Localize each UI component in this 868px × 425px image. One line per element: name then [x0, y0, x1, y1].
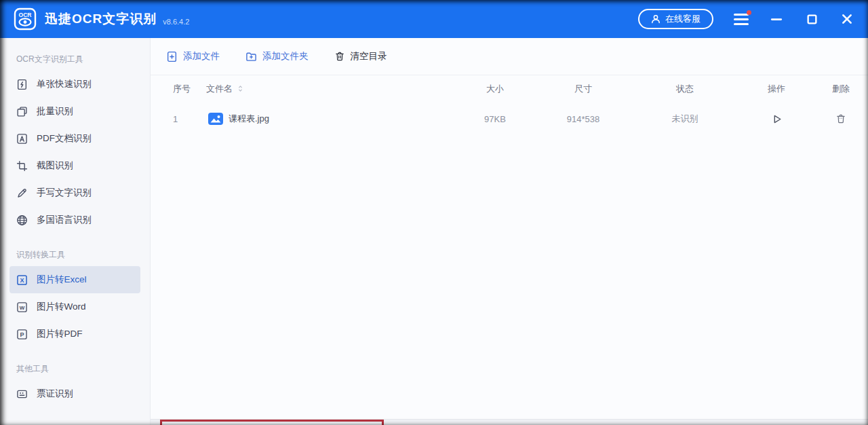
row-dimensions: 914*538 — [536, 114, 631, 124]
column-header-index: 序号 — [151, 83, 206, 95]
sidebar-item-image-to-excel[interactable]: X 图片转Excel — [9, 266, 140, 293]
column-header-action: 操作 — [739, 83, 814, 95]
add-file-icon — [166, 51, 178, 62]
stack-icon — [16, 106, 28, 117]
sidebar-section-other-tools: 其他工具 — [0, 348, 150, 380]
crop-icon — [16, 160, 28, 172]
sidebar-section-ocr-tools: OCR文字识别工具 — [0, 38, 150, 71]
delete-row-button[interactable] — [834, 112, 848, 126]
sidebar-item-ticket-recognition[interactable]: 票证识别 — [9, 380, 140, 407]
sidebar-item-image-to-pdf[interactable]: P 图片转PDF — [9, 320, 140, 348]
sidebar-item-image-to-word[interactable]: W 图片转Word — [9, 293, 140, 320]
add-folder-label: 添加文件夹 — [262, 50, 309, 62]
page-lightning-icon — [16, 79, 28, 90]
add-file-button[interactable]: 添加文件 — [166, 50, 220, 62]
image-file-icon — [208, 112, 224, 126]
row-size: 97KB — [454, 114, 536, 124]
person-icon — [651, 14, 660, 24]
column-header-dimensions: 尺寸 — [536, 83, 631, 95]
online-support-label: 在线客服 — [665, 13, 701, 25]
sidebar-item-label: 单张快速识别 — [37, 78, 92, 90]
ticket-icon — [16, 388, 28, 400]
excel-box-icon: X — [16, 274, 28, 286]
svg-text:OCR: OCR — [19, 12, 32, 18]
pdf-box-icon: P — [16, 329, 28, 340]
clear-list-button[interactable]: 清空目录 — [334, 50, 387, 62]
trash-icon — [334, 51, 345, 62]
sidebar-item-label: 多国语言识别 — [37, 214, 92, 226]
row-index: 1 — [151, 114, 206, 124]
svg-text:P: P — [20, 331, 24, 337]
sort-icon[interactable] — [237, 85, 243, 92]
sidebar-section-conversion-tools: 识别转换工具 — [0, 234, 150, 266]
add-folder-icon — [245, 51, 257, 62]
column-header-status: 状态 — [631, 83, 739, 95]
svg-text:W: W — [20, 304, 25, 310]
sidebar-item-label: 图片转Excel — [37, 274, 87, 286]
sidebar-item-handwriting-recognition[interactable]: 手写文字识别 — [9, 179, 140, 206]
column-header-size: 大小 — [454, 83, 536, 95]
table-header: 序号 文件名 大小 尺寸 状态 操作 删除 — [151, 75, 868, 102]
add-file-label: 添加文件 — [183, 50, 220, 62]
bottom-bar — [151, 419, 868, 425]
sidebar-item-label: 批量识别 — [37, 105, 73, 117]
notification-dot — [747, 10, 751, 15]
file-toolbar: 添加文件 添加文件夹 清空目录 — [151, 38, 868, 75]
minimize-button[interactable] — [769, 12, 784, 26]
add-folder-button[interactable]: 添加文件夹 — [245, 50, 309, 62]
titlebar: OCR 迅捷OCR文字识别 v8.6.4.2 在线客服 — [0, 0, 868, 38]
maximize-button[interactable] — [804, 12, 819, 26]
sidebar-item-label: 图片转Word — [37, 301, 86, 313]
sidebar-item-single-quick-recognition[interactable]: 单张快速识别 — [9, 71, 140, 98]
sidebar-item-label: 票证识别 — [37, 388, 73, 400]
close-button[interactable] — [840, 12, 854, 26]
start-recognition-button[interactable] — [770, 112, 784, 126]
sidebar: OCR文字识别工具 单张快速识别 批量识别 PDF文档识别 — [0, 38, 151, 425]
table-row[interactable]: 1 课程表.jpg 97KB 914*538 未识别 — [151, 102, 868, 136]
online-support-button[interactable]: 在线客服 — [638, 9, 713, 29]
sidebar-item-label: 截图识别 — [37, 160, 73, 172]
hamburger-menu-icon[interactable] — [734, 13, 749, 25]
sidebar-item-label: PDF文档识别 — [37, 132, 92, 145]
clear-list-label: 清空目录 — [351, 50, 387, 62]
app-logo-ocr-eye-icon: OCR — [14, 7, 37, 31]
row-status-badge: 未识别 — [631, 113, 739, 125]
sidebar-item-label: 手写文字识别 — [37, 187, 92, 199]
sidebar-item-pdf-recognition[interactable]: PDF文档识别 — [9, 125, 140, 152]
sidebar-item-multilanguage-recognition[interactable]: 多国语言识别 — [9, 206, 140, 234]
main-content: 添加文件 添加文件夹 清空目录 序号 文 — [151, 38, 868, 425]
sidebar-item-screenshot-recognition[interactable]: 截图识别 — [9, 152, 140, 179]
sidebar-item-label: 图片转PDF — [37, 328, 83, 340]
sidebar-item-batch-recognition[interactable]: 批量识别 — [9, 98, 140, 125]
app-version: v8.6.4.2 — [163, 18, 189, 26]
pdf-document-icon — [16, 133, 28, 145]
globe-icon — [16, 215, 28, 226]
pen-icon — [16, 187, 28, 199]
column-header-filename[interactable]: 文件名 — [206, 83, 454, 95]
column-header-delete: 删除 — [814, 83, 868, 95]
word-box-icon: W — [16, 301, 28, 313]
svg-text:X: X — [20, 276, 24, 283]
app-title: 迅捷OCR文字识别 — [45, 10, 157, 28]
row-filename: 课程表.jpg — [229, 113, 269, 125]
